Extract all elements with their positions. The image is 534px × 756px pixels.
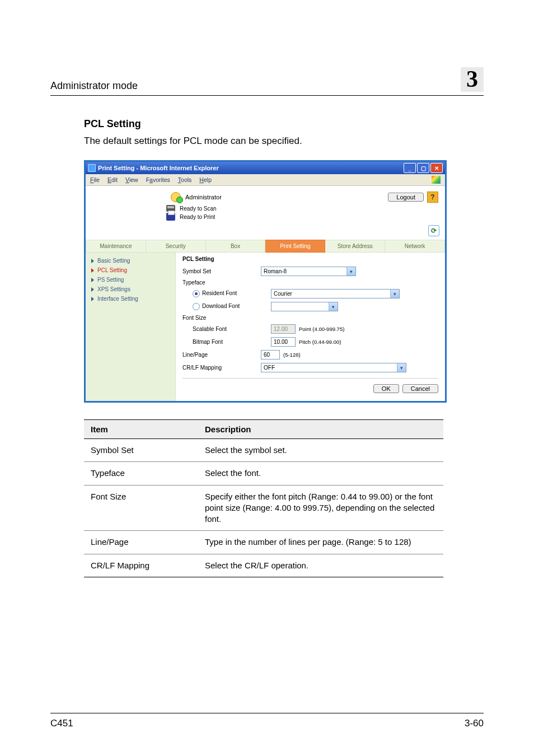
panel-title: PCL Setting [182,256,438,262]
sidebar-item-pcl-setting[interactable]: PCL Setting [86,265,175,275]
chapter-number: 3 [461,67,484,92]
screenshot-window: Print Setting - Microsoft Internet Explo… [84,160,447,403]
triangle-icon [91,278,94,282]
th-desc: Description [198,420,443,439]
hint-line-page: (5-128) [283,352,301,358]
input-scalable-font: 12.00 [271,324,296,334]
menu-view[interactable]: View [125,176,138,183]
printer-icon [166,213,175,221]
help-button[interactable]: ? [427,192,438,203]
radio-resident-font[interactable]: Resident Font [182,290,271,297]
tab-print-setting[interactable]: Print Setting [265,240,325,253]
sidebar-item-ps-setting[interactable]: PS Setting [86,275,175,284]
logout-button[interactable]: Logout [388,193,424,202]
th-item: Item [84,420,198,439]
tab-network[interactable]: Network [385,240,445,253]
chevron-down-icon: ▾ [329,302,338,311]
select-crlf-mapping[interactable]: OFF▾ [261,363,406,372]
label-crlf: CR/LF Mapping [182,365,261,371]
tab-box[interactable]: Box [206,240,266,253]
label-typeface: Typeface [182,279,261,286]
sidebar-item-basic-setting[interactable]: Basic Setting [86,256,175,265]
chevron-down-icon: ▾ [397,363,406,372]
triangle-icon [91,287,94,292]
triangle-icon [91,297,94,301]
status-scan: Ready to Scan [180,206,217,212]
window-close-button[interactable]: ✕ [430,163,443,173]
window-titlebar: Print Setting - Microsoft Internet Explo… [86,162,445,174]
tab-security[interactable]: Security [146,240,206,253]
label-line-page: Line/Page [182,352,261,358]
table-row: Line/PageType in the number of lines per… [84,531,443,554]
user-label: Administrator [185,194,222,200]
triangle-icon [91,268,94,273]
table-row: TypefaceSelect the font. [84,462,443,485]
refresh-button[interactable]: ⟳ [428,225,439,236]
label-symbol-set: Symbol Set [182,268,261,274]
footer-right: 3-60 [465,718,484,729]
status-print: Ready to Print [180,214,215,220]
window-maximize-button[interactable]: ▢ [417,163,429,173]
administrator-icon [171,192,181,202]
cancel-button[interactable]: Cancel [402,384,438,393]
select-symbol-set[interactable]: Roman-8▾ [261,267,356,276]
label-font-size: Font Size [182,315,261,321]
windows-flag-icon [432,176,441,184]
hint-scalable: Point (4.00-999.75) [299,326,344,332]
lead-text: The default settings for PCL mode can be… [84,136,484,147]
menu-file[interactable]: File [90,176,100,183]
ie-icon [88,164,96,172]
running-title: Administrator mode [50,80,138,92]
section-heading: PCL Setting [84,118,484,130]
chevron-down-icon: ▾ [346,267,355,276]
sidebar-item-interface-setting[interactable]: Interface Setting [86,294,175,304]
hint-bitmap: Pitch (0.44-99.00) [299,339,341,345]
tab-store-address[interactable]: Store Address [325,240,385,253]
label-scalable-font: Scalable Font [182,326,271,332]
input-line-page[interactable]: 60 [261,350,280,360]
table-row: CR/LF MappingSelect the CR/LF operation. [84,554,443,577]
menu-favorites[interactable]: Favorites [146,176,170,183]
table-row: Symbol SetSelect the symbol set. [84,439,443,462]
window-minimize-button[interactable]: _ [404,163,416,173]
ok-button[interactable]: OK [373,384,399,393]
tab-maintenance[interactable]: Maintenance [86,240,146,253]
description-table: Item Description Symbol SetSelect the sy… [84,419,443,577]
input-bitmap-font[interactable]: 10.00 [271,337,296,347]
sidebar-item-xps-settings[interactable]: XPS Settings [86,284,175,294]
chevron-down-icon: ▾ [390,290,399,298]
menu-help[interactable]: Help [199,176,212,183]
footer-left: C451 [50,718,73,729]
menu-edit[interactable]: Edit [107,176,118,183]
radio-download-font[interactable]: Download Font [182,303,271,310]
browser-menubar[interactable]: File Edit View Favorites Tools Help [86,174,445,186]
label-bitmap-font: Bitmap Font [182,339,271,345]
triangle-icon [91,259,94,263]
menu-tools[interactable]: Tools [178,176,192,183]
table-row: Font SizeSpecify either the font pitch (… [84,485,443,531]
select-download-font[interactable]: ▾ [271,302,338,311]
select-resident-font[interactable]: Courier▾ [271,289,400,298]
window-title: Print Setting - Microsoft Internet Explo… [98,165,219,171]
